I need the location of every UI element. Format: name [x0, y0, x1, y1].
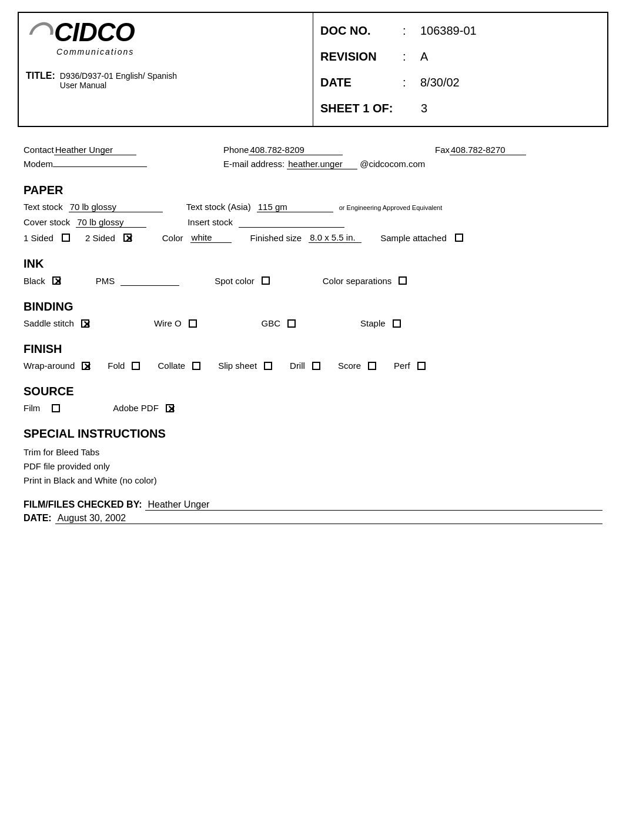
- logo-swirl-icon: ◠: [26, 18, 52, 47]
- gbc-checkbox[interactable]: [287, 319, 296, 328]
- fold-checkbox[interactable]: [132, 362, 140, 370]
- fax-value: 408.782-8270: [450, 145, 526, 155]
- film-check-value: Heather Unger: [145, 499, 602, 511]
- wrap-around-label: Wrap-around: [24, 361, 75, 371]
- paper-row1: Text stock 70 lb glossy Text stock (Asia…: [24, 202, 602, 212]
- ink-section-title: INK: [24, 257, 602, 271]
- main-content: ContactHeather Unger Phone408.782-8209 F…: [18, 145, 608, 524]
- collate-checkbox[interactable]: [192, 362, 200, 370]
- paper-row3: 1 Sided 2 Sided Color white Finished siz…: [24, 232, 602, 243]
- color-sep-checkbox[interactable]: [399, 276, 407, 285]
- staple-label: Staple: [360, 318, 386, 328]
- perf-label: Perf: [394, 361, 410, 371]
- finish-section-title: FINISH: [24, 342, 602, 356]
- slip-sheet-checkbox[interactable]: [264, 362, 272, 370]
- paper-section-title: PAPER: [24, 184, 602, 197]
- sided-2-label: 2 Sided: [85, 233, 115, 243]
- ink-row: Black PMS Spot color Color separations: [24, 275, 602, 286]
- drill-label: Drill: [290, 361, 305, 371]
- text-stock-asia-note: or Engineering Approved Equivalent: [339, 204, 443, 211]
- sheet-row: SHEET 1 OF: 3: [320, 95, 600, 121]
- date-signed-value: August 30, 2002: [55, 513, 602, 524]
- logo-graphic: ◠ CIDCO: [26, 18, 135, 47]
- contact-row2: Modem E-mail address: heather.unger @cid…: [24, 159, 602, 169]
- contact-value: Heather Unger: [54, 145, 136, 155]
- finish-row: Wrap-around Fold Collate Slip sheet Dril…: [24, 361, 602, 371]
- gbc-label: GBC: [262, 318, 281, 328]
- spot-color-checkbox[interactable]: [262, 276, 270, 285]
- saddle-stitch-checkbox[interactable]: [81, 319, 89, 328]
- cover-stock-label: Cover stock: [24, 217, 70, 227]
- sided-2-checkbox[interactable]: [123, 234, 132, 242]
- film-check-row: FILM/FILES CHECKED BY: Heather Unger: [24, 499, 602, 511]
- score-checkbox[interactable]: [368, 362, 376, 370]
- date-signed-row: DATE: August 30, 2002: [24, 513, 602, 524]
- fax-field: Fax408.782-8270: [435, 145, 602, 155]
- finished-size-value: 8.0 x 5.5 in.: [309, 232, 361, 243]
- text-stock-asia-value: 115 gm: [257, 202, 333, 212]
- binding-row: Saddle stitch Wire O GBC Staple: [24, 318, 602, 328]
- date-signed-label: DATE:: [24, 513, 52, 524]
- insert-stock-label: Insert stock: [188, 217, 233, 227]
- title-area: TITLE: D936/D937-01 English/ Spanish Use…: [26, 62, 177, 90]
- revision-row: REVISION : A: [320, 44, 600, 69]
- sample-attached-checkbox[interactable]: [455, 234, 463, 242]
- email-value: heather.unger: [287, 159, 357, 169]
- contact-line1: ContactHeather Unger Phone408.782-8209 F…: [24, 145, 602, 155]
- film-label: Film: [24, 403, 40, 413]
- phone-value: 408.782-8209: [249, 145, 343, 155]
- color-sep-label: Color separations: [323, 276, 392, 286]
- logo-tagline: Communications: [56, 47, 134, 56]
- saddle-stitch-label: Saddle stitch: [24, 318, 74, 328]
- modem-value: [53, 166, 147, 167]
- finished-size-label: Finished size: [250, 233, 302, 243]
- paper-row2: Cover stock 70 lb glossy Insert stock: [24, 217, 602, 228]
- color-label: Color: [162, 233, 183, 243]
- source-row: Film Adobe PDF: [24, 403, 602, 413]
- wrap-around-checkbox[interactable]: [82, 362, 90, 370]
- logo-brand: CIDCO: [54, 19, 135, 45]
- score-label: Score: [338, 361, 361, 371]
- special-instructions-text: Trim for Bleed Tabs PDF file provided on…: [24, 445, 602, 488]
- date-row: DATE : 8/30/02: [320, 69, 600, 95]
- title-label: TITLE:: [26, 71, 55, 81]
- contact-line2: Modem E-mail address: heather.unger @cid…: [24, 159, 602, 169]
- text-stock-value: 70 lb glossy: [69, 202, 163, 212]
- header-table: ◠ CIDCO Communications TITLE: D936/D937-…: [18, 12, 608, 127]
- film-check-label: FILM/FILES CHECKED BY:: [24, 499, 142, 510]
- sided-1-label: 1 Sided: [24, 233, 53, 243]
- pms-label: PMS: [96, 276, 115, 286]
- slip-sheet-label: Slip sheet: [218, 361, 257, 371]
- contact-field: ContactHeather Unger: [24, 145, 223, 155]
- adobe-pdf-label: Adobe PDF: [113, 403, 159, 413]
- adobe-pdf-checkbox[interactable]: [166, 404, 174, 412]
- wire-o-checkbox[interactable]: [189, 319, 197, 328]
- staple-checkbox[interactable]: [393, 319, 401, 328]
- doc-no-row: DOC NO. : 106389-01: [320, 18, 600, 44]
- modem-field: Modem: [24, 159, 223, 169]
- phone-field: Phone408.782-8209: [223, 145, 435, 155]
- drill-checkbox[interactable]: [312, 362, 320, 370]
- black-label: Black: [24, 276, 45, 286]
- black-checkbox[interactable]: [52, 276, 61, 285]
- text-stock-label: Text stock: [24, 202, 63, 212]
- sided-1-checkbox[interactable]: [62, 234, 70, 242]
- color-value: white: [190, 232, 232, 243]
- film-checkbox[interactable]: [52, 404, 60, 412]
- logo-area: ◠ CIDCO Communications TITLE: D936/D937-…: [26, 18, 306, 90]
- perf-checkbox[interactable]: [417, 362, 426, 370]
- source-section-title: SOURCE: [24, 385, 602, 398]
- cover-stock-value: 70 lb glossy: [76, 217, 146, 228]
- sample-attached-label: Sample attached: [380, 233, 447, 243]
- text-stock-asia-label: Text stock (Asia): [186, 202, 251, 212]
- title-text: D936/D937-01 English/ Spanish User Manua…: [60, 71, 177, 90]
- contact-row1: ContactHeather Unger Phone408.782-8209 F…: [24, 145, 602, 155]
- title-block: TITLE: D936/D937-01 English/ Spanish Use…: [26, 71, 177, 90]
- binding-section-title: BINDING: [24, 300, 602, 314]
- wire-o-label: Wire O: [154, 318, 182, 328]
- pms-value: [120, 275, 179, 286]
- header-left-cell: ◠ CIDCO Communications TITLE: D936/D937-…: [18, 12, 313, 126]
- special-instructions-title: SPECIAL INSTRUCTIONS: [24, 427, 602, 441]
- header-right-cell: DOC NO. : 106389-01 REVISION : A DATE : …: [313, 12, 608, 126]
- spot-color-label: Spot color: [215, 276, 255, 286]
